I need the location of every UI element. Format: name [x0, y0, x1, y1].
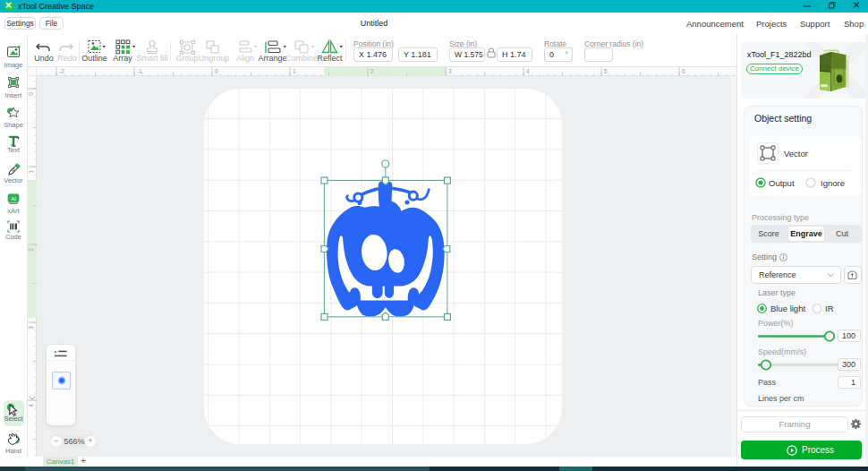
svg-text:1: 1	[293, 68, 296, 74]
svg-text:3: 3	[28, 326, 34, 330]
svg-text:4: 4	[526, 68, 530, 74]
svg-text:5: 5	[604, 68, 608, 74]
svg-text:-2: -2	[59, 68, 64, 74]
svg-text:0: 0	[215, 68, 218, 74]
svg-text:3: 3	[448, 68, 452, 74]
svg-text:2: 2	[370, 68, 374, 74]
svg-text:1: 1	[28, 170, 34, 174]
svg-text:AI: AI	[11, 196, 16, 201]
svg-text:6: 6	[682, 68, 685, 74]
svg-text:4: 4	[28, 404, 34, 407]
svg-text:2: 2	[28, 248, 34, 252]
svg-text:-1: -1	[137, 68, 142, 74]
svg-text:0: 0	[28, 92, 34, 96]
